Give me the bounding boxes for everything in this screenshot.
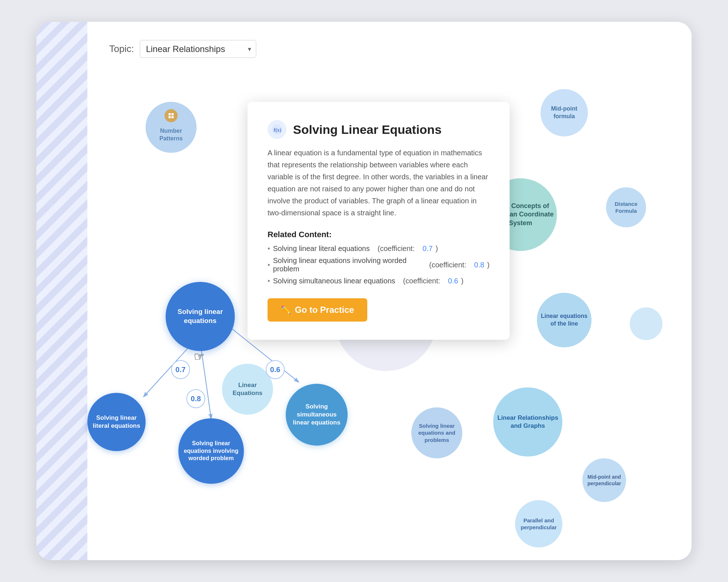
bubble-solving-literal-label: Solving linear literal equations <box>87 411 146 433</box>
bubble-solving-worded-label: Solving linear equations involving worde… <box>178 437 244 465</box>
bubble-linear-relationships-graphs-label: Linear Relationships and Graphs <box>493 411 562 433</box>
stripe-overlay <box>36 22 87 560</box>
bubble-distance-formula-label: Distance Formula <box>606 198 646 218</box>
popup-description: A linear equation is a fundamental type … <box>268 147 490 219</box>
related-item-1-text: Solving linear literal equations <box>273 244 370 253</box>
bubble-linear-equations-node-label: Linear Equations <box>222 378 273 400</box>
related-content-list: Solving linear literal equations (coeffi… <box>268 244 490 285</box>
pencil-icon: ✏️ <box>281 305 290 315</box>
topic-select-wrapper[interactable]: Linear RelationshipsAlgebraGeometryStati… <box>140 40 256 58</box>
related-item-3-coeff-label: (coefficient: <box>403 277 440 285</box>
related-item-1-coeff-label: (coefficient: <box>377 244 415 253</box>
svg-text:f(x): f(x) <box>274 127 281 133</box>
related-item-3-text: Solving simultaneous linear equations <box>273 277 395 285</box>
bubble-mid-point-formula-label: Mid-point formula <box>541 102 588 123</box>
related-item-3-close-paren: ) <box>461 277 464 285</box>
bubble-small-right <box>630 307 662 340</box>
topic-select[interactable]: Linear RelationshipsAlgebraGeometryStati… <box>140 40 256 58</box>
coeff-label-08: 0.8 <box>186 389 205 408</box>
related-item-3: Solving simultaneous linear equations (c… <box>268 277 490 285</box>
bubble-distance-formula[interactable]: Distance Formula <box>606 187 646 227</box>
bubble-linear-equations-node[interactable]: Linear Equations <box>222 364 273 415</box>
topic-bar: Topic: Linear RelationshipsAlgebraGeomet… <box>109 40 256 58</box>
related-item-2: Solving linear equations involving worde… <box>268 256 490 273</box>
svg-line-1 <box>200 342 211 418</box>
bubble-mid-point2[interactable]: Mid-point and perpendicular <box>582 458 626 502</box>
related-item-2-coeff-label: (coefficient: <box>429 261 466 269</box>
bubble-solving-equations-practice-label: Solving linear equations and problems <box>411 419 462 447</box>
popup-header: f(x) Solving Linear Equations <box>268 120 490 139</box>
related-item-2-close-paren: ) <box>487 261 490 269</box>
bubble-solving-simultaneous[interactable]: Solving simultaneous linear equations <box>286 384 348 446</box>
bubble-solving-simultaneous-label: Solving simultaneous linear equations <box>286 400 348 430</box>
svg-rect-6 <box>171 116 174 118</box>
svg-rect-3 <box>169 113 171 115</box>
related-item-3-coeff-value: 0.6 <box>448 277 458 285</box>
bubble-parallel-perpendicular[interactable]: Parallel and perpendicular <box>515 500 562 547</box>
coeff-label-06: 0.6 <box>266 360 285 379</box>
related-item-2-text: Solving linear equations involving worde… <box>273 256 421 273</box>
bubble-linear-relationships-graphs[interactable]: Linear Relationships and Graphs <box>493 387 562 457</box>
cursor: ☞ <box>194 349 205 364</box>
related-item-1-close-paren: ) <box>436 244 438 253</box>
related-item-1: Solving linear literal equations (coeffi… <box>268 244 490 253</box>
bubble-linear-equations-line[interactable]: Linear equations of the line <box>537 293 592 347</box>
popup-card: f(x) Solving Linear Equations A linear e… <box>248 102 510 340</box>
bubble-number-patterns[interactable]: Number Patterns <box>146 102 197 153</box>
related-item-2-coeff-value: 0.8 <box>474 261 484 269</box>
bubble-solving-literal[interactable]: Solving linear literal equations <box>87 393 146 451</box>
bubble-solving-linear-equations[interactable]: Solving linear equations <box>166 282 235 351</box>
bubble-mid-point-formula[interactable]: Mid-point formula <box>541 89 588 136</box>
svg-rect-5 <box>169 116 171 118</box>
goto-practice-label: Go to Practice <box>295 305 354 315</box>
related-content-title: Related Content: <box>268 230 490 239</box>
goto-practice-button[interactable]: ✏️ Go to Practice <box>268 298 367 322</box>
topic-label: Topic: <box>109 43 134 55</box>
bubble-number-patterns-label: Number Patterns <box>146 124 197 146</box>
bubble-solving-equations-practice[interactable]: Solving linear equations and problems <box>411 407 462 458</box>
svg-rect-4 <box>171 113 174 115</box>
popup-icon: f(x) <box>268 120 286 139</box>
bubble-parallel-perpendicular-label: Parallel and perpendicular <box>515 514 562 534</box>
bubble-solving-linear-equations-label: Solving linear equations <box>166 304 235 328</box>
related-item-1-coeff-value: 0.7 <box>423 244 433 253</box>
bubble-mid-point2-label: Mid-point and perpendicular <box>582 471 626 490</box>
main-screen: Topic: Linear RelationshipsAlgebraGeomet… <box>36 22 692 560</box>
bubble-solving-worded[interactable]: Solving linear equations involving worde… <box>178 418 244 484</box>
coeff-label-07: 0.7 <box>171 360 190 379</box>
popup-title: Solving Linear Equations <box>293 123 442 137</box>
bubble-linear-equations-line-label: Linear equations of the line <box>537 310 592 331</box>
